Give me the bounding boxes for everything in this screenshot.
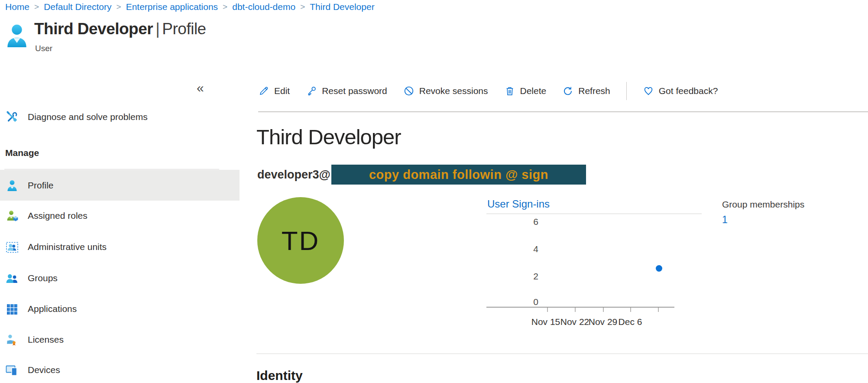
toolbar-item-label: Revoke sessions	[419, 86, 488, 96]
sidebar-item-label: Devices	[28, 365, 60, 375]
page-title-name: Third Developer	[34, 20, 153, 38]
sidebar-divider	[4, 169, 219, 169]
avatar: TD	[257, 197, 344, 284]
got-feedback-button[interactable]: Got feedback?	[643, 85, 718, 97]
breadcrumb-separator: >	[112, 2, 126, 12]
sidebar-item-label: Licenses	[28, 334, 64, 345]
y-tick-label: 6	[524, 217, 538, 227]
x-axis-tick	[575, 308, 576, 312]
page-title-section: Profile	[162, 20, 206, 38]
username-prefix: developer3@	[257, 168, 330, 182]
group-memberships-label: Group memberships	[722, 199, 804, 210]
sidebar-item-label: Administrative units	[28, 242, 107, 252]
identity-section-heading: Identity	[256, 368, 303, 383]
object-type-label: User	[35, 44, 52, 53]
people-group-icon	[6, 272, 19, 285]
avatar-initials: TD	[282, 225, 320, 256]
person-icon	[6, 179, 19, 192]
toolbar-underline	[258, 111, 868, 112]
sidebar-item-applications[interactable]: Applications	[0, 293, 240, 324]
section-divider	[256, 354, 868, 354]
x-tick-label: Dec 6	[611, 317, 650, 327]
y-tick-label: 2	[524, 272, 538, 281]
breadcrumb: Home > Default Directory > Enterprise ap…	[5, 2, 375, 12]
user-principal-name: developer3@ copy domain followin @ sign	[257, 165, 586, 185]
page-title-divider: |	[153, 20, 162, 38]
signin-data-point	[656, 265, 662, 272]
refresh-button[interactable]: Refresh	[562, 85, 610, 97]
sidebar-item-devices[interactable]: Devices	[0, 354, 240, 383]
license-icon	[6, 333, 19, 346]
user-avatar-icon	[6, 23, 28, 49]
tools-icon	[6, 110, 19, 123]
domain-redaction-overlay: copy domain followin @ sign	[331, 165, 586, 185]
breadcrumb-default-directory[interactable]: Default Directory	[44, 2, 111, 12]
user-display-name: Third Developer	[256, 125, 401, 149]
sidebar-item-assigned-roles[interactable]: Assigned roles	[0, 200, 240, 231]
command-bar: Edit Reset password Revoke sessions	[258, 81, 718, 101]
sidebar-section-manage: Manage	[5, 148, 39, 158]
x-axis-line	[486, 307, 674, 308]
breadcrumb-separator: >	[218, 2, 232, 12]
sidebar-item-diagnose[interactable]: Diagnose and solve problems	[0, 101, 240, 132]
sidebar-item-licenses[interactable]: Licenses	[0, 324, 240, 355]
redaction-note: copy domain followin @ sign	[369, 168, 548, 182]
breadcrumb-separator: >	[295, 2, 310, 12]
toolbar-item-label: Edit	[274, 86, 290, 96]
devices-icon	[6, 364, 19, 377]
delete-button[interactable]: Delete	[504, 85, 547, 97]
user-profile-page: Home > Default Directory > Enterprise ap…	[0, 0, 868, 383]
sidebar-item-groups[interactable]: Groups	[0, 263, 240, 293]
user-sign-ins-chart: User Sign-ins 6 4 2 0 Nov 15 Nov 22 Nov …	[486, 197, 703, 336]
x-axis-tick	[658, 308, 659, 312]
sidebar-item-label: Applications	[28, 304, 77, 314]
sidebar-item-profile[interactable]: Profile	[0, 170, 240, 201]
sidebar-item-administrative-units[interactable]: Administrative units	[0, 231, 240, 262]
y-tick-label: 4	[524, 244, 538, 254]
toolbar-item-label: Reset password	[322, 86, 387, 96]
sidebar-item-label: Profile	[28, 180, 54, 191]
chart-title-underline	[486, 214, 702, 214]
pencil-icon	[258, 85, 269, 97]
revoke-sessions-button[interactable]: Revoke sessions	[403, 85, 488, 97]
breadcrumb-dbt-cloud-demo[interactable]: dbt-cloud-demo	[232, 2, 295, 12]
x-axis-tick	[603, 308, 604, 312]
breadcrumb-third-developer[interactable]: Third Developer	[310, 2, 374, 12]
reset-password-button[interactable]: Reset password	[306, 85, 387, 97]
person-role-icon	[6, 209, 19, 222]
breadcrumb-home[interactable]: Home	[5, 2, 29, 12]
toolbar-item-label: Got feedback?	[659, 86, 718, 96]
toolbar-item-label: Refresh	[578, 86, 610, 96]
group-memberships-link[interactable]: 1	[722, 214, 728, 226]
chart-title-link[interactable]: User Sign-ins	[487, 198, 550, 210]
sidebar-item-label: Groups	[28, 273, 58, 283]
breadcrumb-enterprise-applications[interactable]: Enterprise applications	[126, 2, 218, 12]
key-icon	[306, 85, 317, 97]
breadcrumb-separator: >	[29, 2, 44, 12]
grid-icon	[6, 302, 19, 315]
sidebar-item-label: Assigned roles	[28, 211, 87, 221]
refresh-icon	[562, 85, 573, 97]
edit-button[interactable]: Edit	[258, 85, 290, 97]
page-title: Third Developer|Profile	[34, 20, 206, 38]
admin-units-icon	[6, 240, 19, 253]
sidebar-collapse-button[interactable]: «	[197, 81, 204, 94]
x-axis-tick	[547, 308, 548, 312]
x-axis-tick	[630, 308, 631, 312]
heart-icon	[643, 85, 654, 97]
trash-icon	[504, 85, 515, 97]
y-tick-label: 0	[524, 297, 538, 307]
block-icon	[403, 85, 415, 97]
sidebar-item-label: Diagnose and solve problems	[28, 112, 148, 122]
toolbar-divider	[626, 82, 627, 100]
toolbar-item-label: Delete	[520, 86, 547, 96]
